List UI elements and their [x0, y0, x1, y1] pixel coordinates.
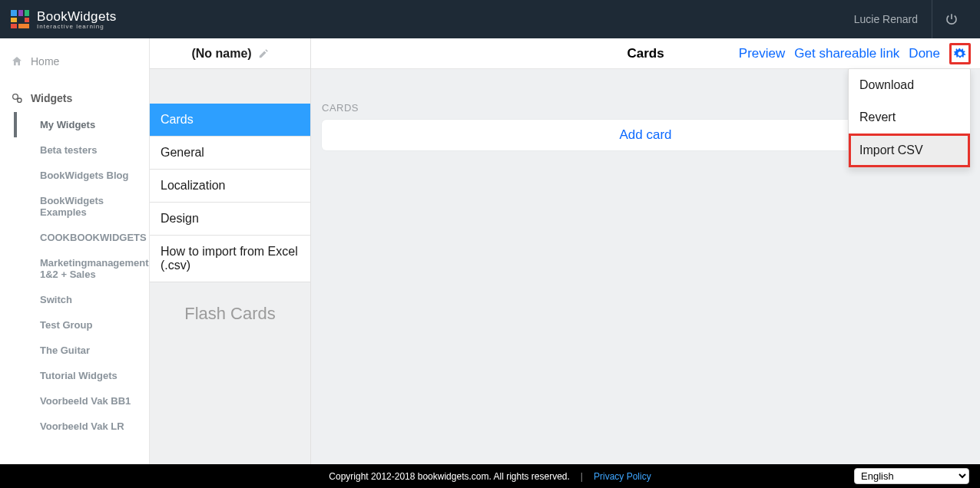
main-area: Home Widgets My Widgets Beta testers Boo…: [0, 38, 980, 464]
svg-rect-4: [25, 18, 29, 22]
brand-text: BookWidgets Interactive learning: [37, 9, 116, 30]
gear-icon: [954, 48, 966, 60]
topbar-right: Lucie Renard: [840, 0, 971, 38]
sidebar-item-examples[interactable]: BookWidgets Examples: [14, 188, 149, 225]
pencil-icon: [258, 48, 269, 59]
username[interactable]: Lucie Renard: [840, 13, 932, 25]
share-link[interactable]: Get shareable link: [794, 46, 899, 61]
svg-point-7: [13, 94, 18, 100]
settings-dropdown: Download Revert Import CSV: [848, 68, 971, 168]
product-name: BookWidgets: [37, 9, 116, 24]
sidebar-item-blog[interactable]: BookWidgets Blog: [14, 163, 149, 188]
nav-sub-list: My Widgets Beta testers BookWidgets Blog…: [0, 112, 149, 439]
config-tab-cards[interactable]: Cards: [150, 104, 310, 137]
widget-title: (No name): [191, 47, 251, 61]
language-select[interactable]: English: [854, 468, 969, 484]
config-tab-localization[interactable]: Localization: [150, 170, 310, 203]
nav-home[interactable]: Home: [0, 48, 149, 75]
sidebar-item-beta-testers[interactable]: Beta testers: [14, 137, 149, 163]
nav-widgets-label: Widgets: [31, 92, 72, 104]
sidebar-item-vak-lr[interactable]: Voorbeeld Vak LR: [14, 414, 149, 439]
brand-logo[interactable]: BookWidgets Interactive learning: [9, 8, 116, 30]
sidebar-item-vak-bb1[interactable]: Voorbeeld Vak BB1: [14, 388, 149, 414]
logout-button[interactable]: [932, 0, 971, 38]
sidebar-item-cookbook[interactable]: COOKBOOKWIDGETS: [14, 225, 149, 250]
power-icon: [945, 12, 958, 26]
config-tab-general[interactable]: General: [150, 137, 310, 170]
sidebar-item-marketing[interactable]: Marketingmanagement 1&2 + Sales: [14, 250, 149, 287]
menu-import-csv-label: Import CSV: [849, 134, 970, 167]
footer-sep: |: [574, 471, 589, 482]
logo-icon: [9, 8, 31, 30]
settings-menu-button[interactable]: [949, 43, 971, 64]
sidebar-item-guitar[interactable]: The Guitar: [14, 338, 149, 363]
menu-download[interactable]: Download: [849, 69, 970, 101]
menu-import-csv[interactable]: Import CSV: [849, 134, 970, 167]
svg-rect-0: [11, 10, 17, 16]
config-sidebar: (No name) Cards General Localization Des…: [150, 38, 311, 464]
nav-home-label: Home: [31, 55, 59, 68]
left-sidebar: Home Widgets My Widgets Beta testers Boo…: [0, 38, 150, 464]
sidebar-item-testgroup[interactable]: Test Group: [14, 312, 149, 338]
preview-link[interactable]: Preview: [739, 46, 785, 61]
footer-copyright: Copyright 2012-2018 bookwidgets.com. All…: [329, 471, 570, 482]
gears-icon: [11, 92, 23, 104]
top-bar: BookWidgets Interactive learning Lucie R…: [0, 0, 980, 38]
page-footer: Copyright 2012-2018 bookwidgets.com. All…: [0, 464, 980, 488]
svg-point-8: [18, 98, 22, 102]
widget-title-row[interactable]: (No name): [150, 38, 310, 69]
sidebar-item-my-widgets[interactable]: My Widgets: [14, 112, 149, 137]
menu-revert[interactable]: Revert: [849, 101, 970, 134]
config-tab-design[interactable]: Design: [150, 203, 310, 236]
language-select-wrap: English: [854, 468, 969, 484]
svg-rect-6: [18, 24, 29, 28]
svg-rect-5: [11, 24, 17, 28]
home-icon: [11, 55, 23, 68]
svg-rect-3: [11, 18, 17, 22]
editor-panel: Cards Preview Get shareable link Done Do…: [311, 38, 980, 464]
config-tab-import[interactable]: How to import from Excel (.csv): [150, 236, 310, 282]
privacy-policy-link[interactable]: Privacy Policy: [594, 471, 651, 482]
svg-rect-1: [18, 10, 23, 16]
editor-header: Cards Preview Get shareable link Done: [311, 38, 980, 69]
sidebar-item-switch[interactable]: Switch: [14, 287, 149, 312]
done-link[interactable]: Done: [909, 46, 940, 61]
editor-actions: Preview Get shareable link Done: [739, 43, 971, 64]
sidebar-item-tutorial[interactable]: Tutorial Widgets: [14, 363, 149, 388]
svg-rect-2: [25, 10, 29, 16]
nav-widgets[interactable]: Widgets: [0, 84, 149, 112]
widget-type-label: Flash Cards: [150, 282, 310, 345]
